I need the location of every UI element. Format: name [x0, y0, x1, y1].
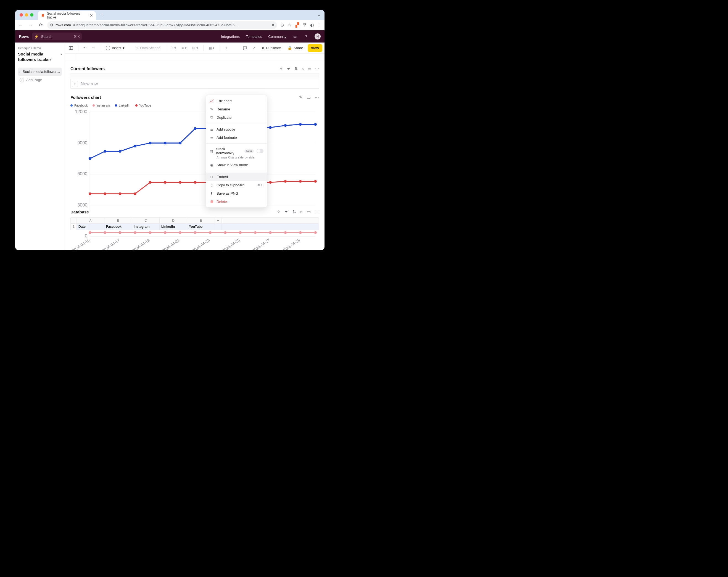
formula-bar[interactable]: [65, 54, 324, 61]
browser-tabstrip: Social media followers tracke ✕ + ⌄: [15, 10, 324, 20]
browser-right-icons: ⊖ ☆ ▞ ⧩ ◐ ⋮: [280, 22, 322, 28]
comment-icon[interactable]: ▭: [308, 67, 311, 71]
search-input[interactable]: ⚡ Search ⌘ K: [32, 32, 82, 40]
insert-menu[interactable]: + Insert ▾: [104, 44, 127, 52]
comment-icon[interactable]: ▭: [307, 95, 311, 100]
nav-integrations[interactable]: Integrations: [221, 34, 240, 38]
undo-icon[interactable]: ↶: [82, 44, 88, 52]
nav-community[interactable]: Community: [268, 34, 286, 38]
svg-point-70: [104, 192, 106, 195]
wand-icon[interactable]: ✧: [223, 44, 230, 52]
redo-icon[interactable]: ↷: [90, 44, 97, 52]
menu-embed[interactable]: ⟨⟩Embed: [206, 173, 267, 181]
scroll-content[interactable]: Current followers ✧ ⏷ ⇅ ⌕ ▭ ⋯ + N: [65, 54, 324, 250]
comment-icon[interactable]: [241, 44, 249, 52]
show-view-toggle[interactable]: [256, 162, 263, 167]
back-icon[interactable]: ←: [18, 23, 24, 28]
legend-instagram[interactable]: Instagram: [93, 104, 110, 107]
sidebar-item-label: Social media follower…: [23, 70, 60, 74]
sort-icon[interactable]: ⇅: [294, 67, 298, 71]
window-close-icon[interactable]: [20, 13, 23, 17]
legend-linkedin[interactable]: LinkedIn: [115, 104, 130, 107]
reload-icon[interactable]: ⟳: [37, 22, 44, 28]
collapse-triangle-icon[interactable]: ▸: [20, 71, 21, 73]
search-icon[interactable]: ⌕: [302, 67, 304, 71]
filter-icon[interactable]: ⏷: [287, 67, 290, 71]
brand-logo[interactable]: Rows: [19, 34, 29, 38]
window-zoom-icon[interactable]: [30, 13, 33, 17]
view-button[interactable]: View: [308, 44, 322, 52]
duplicate-button[interactable]: ⧉ Duplicate: [260, 44, 283, 52]
help-icon[interactable]: ?: [304, 34, 309, 39]
menu-save-png[interactable]: ⬇Save as PNG: [206, 189, 267, 198]
sparkle-icon[interactable]: ✧: [280, 67, 283, 71]
chart-actions: ✎ ▭ ⋯: [299, 95, 319, 100]
zoom-out-icon[interactable]: ⊖: [280, 22, 284, 28]
trend-icon[interactable]: ↗: [251, 44, 257, 52]
stack-toggle[interactable]: [257, 149, 263, 153]
grid-icon: ▤: [209, 149, 213, 153]
browser-tab[interactable]: Social media followers tracke ✕: [38, 11, 96, 20]
user-avatar[interactable]: H: [315, 33, 321, 40]
wrap-menu[interactable]: ⊞ ▾: [190, 44, 200, 52]
panel-toggle-icon[interactable]: [67, 44, 75, 52]
new-tab-button[interactable]: +: [98, 12, 106, 18]
extensions-icon[interactable]: ⧩: [303, 23, 306, 28]
tab-title: Social media followers tracke: [47, 11, 87, 19]
window-minimize-icon[interactable]: [25, 13, 28, 17]
align-menu[interactable]: ≡ ▾: [180, 44, 188, 52]
svg-point-68: [314, 123, 317, 126]
app-header: Rows ⚡ Search ⌘ K Integrations Templates…: [15, 30, 324, 43]
tab-close-icon[interactable]: ✕: [90, 13, 93, 18]
browser-urlbar: ← → ⟳ ⚙ rows.com/Henrique/demo/social-me…: [15, 20, 324, 30]
crumb-workspace[interactable]: Henrique: [18, 46, 30, 50]
doc-title[interactable]: Social media followers tracker ▾: [18, 51, 62, 63]
legend-youtube[interactable]: YouTube: [135, 104, 151, 107]
svg-point-84: [314, 180, 317, 183]
edit-icon[interactable]: ✎: [299, 95, 303, 100]
gift-icon[interactable]: ▭: [292, 34, 297, 39]
more-icon[interactable]: ⋯: [315, 95, 319, 100]
plus-icon: +: [72, 81, 78, 87]
doc-caret-icon[interactable]: ▾: [60, 51, 62, 56]
text-style-menu[interactable]: T ▾: [170, 44, 178, 52]
tabs-chevron-icon[interactable]: ⌄: [317, 13, 322, 17]
site-settings-icon[interactable]: ⚙: [50, 23, 53, 27]
omnibox[interactable]: ⚙ rows.com/Henrique/demo/social-media-fo…: [47, 21, 277, 29]
menu-duplicate[interactable]: ⧉Duplicate: [206, 113, 267, 122]
nav-templates[interactable]: Templates: [246, 34, 262, 38]
menu-copy-clipboard[interactable]: ▯Copy to clipboard⌘ C: [206, 181, 267, 189]
app-body: Henrique / Demo Social media followers t…: [15, 43, 324, 250]
menu-add-footnote[interactable]: ≣Add footnote: [206, 133, 267, 141]
extension-rows-icon[interactable]: ▞: [295, 22, 299, 28]
menu-show-view-mode[interactable]: ◉Show in View mode: [206, 161, 267, 169]
cell-menu[interactable]: ▦ ▾: [207, 44, 216, 52]
menu-add-subtitle[interactable]: ≣Add subtitle: [206, 125, 267, 133]
search-placeholder: Search: [41, 34, 52, 38]
svg-point-51: [299, 231, 302, 234]
menu-edit-chart[interactable]: 📈Edit chart: [206, 97, 267, 105]
legend-facebook[interactable]: Facebook: [71, 104, 87, 107]
mini-grid-header[interactable]: [71, 73, 319, 79]
data-actions-button[interactable]: ▷ Data Actions: [134, 44, 163, 52]
svg-text:2024-04-15: 2024-04-15: [71, 238, 90, 250]
menu-stack-horizontally[interactable]: ▤ Stack horizontally New Arrange Charts …: [206, 145, 267, 161]
browser-menu-icon[interactable]: ⋮: [318, 22, 322, 28]
chart-plot: 0300060009000120002024-04-152024-04-1720…: [71, 109, 319, 203]
crumb-folder[interactable]: Demo: [33, 46, 41, 50]
menu-delete[interactable]: 🗑Delete: [206, 198, 267, 206]
forward-icon[interactable]: →: [27, 23, 34, 28]
open-external-icon[interactable]: ⧉: [272, 23, 274, 27]
new-row-button[interactable]: + New row: [71, 79, 319, 88]
svg-point-65: [269, 126, 272, 129]
more-icon[interactable]: ⋯: [315, 67, 319, 71]
sidebar-add-page[interactable]: + Add Page: [18, 76, 62, 84]
profile-avatar-icon[interactable]: ◐: [310, 22, 314, 28]
menu-rename[interactable]: ✎Rename: [206, 105, 267, 113]
share-button[interactable]: 🔒 Share: [285, 44, 306, 52]
bookmark-star-icon[interactable]: ☆: [288, 22, 292, 28]
search-shortcut: ⌘ K: [74, 35, 80, 38]
sidebar-item-page[interactable]: ▸ Social media follower…: [18, 68, 62, 76]
chart-svg: 0300060009000120002024-04-152024-04-1720…: [71, 109, 319, 250]
browser-window: Social media followers tracke ✕ + ⌄ ← → …: [15, 10, 324, 250]
